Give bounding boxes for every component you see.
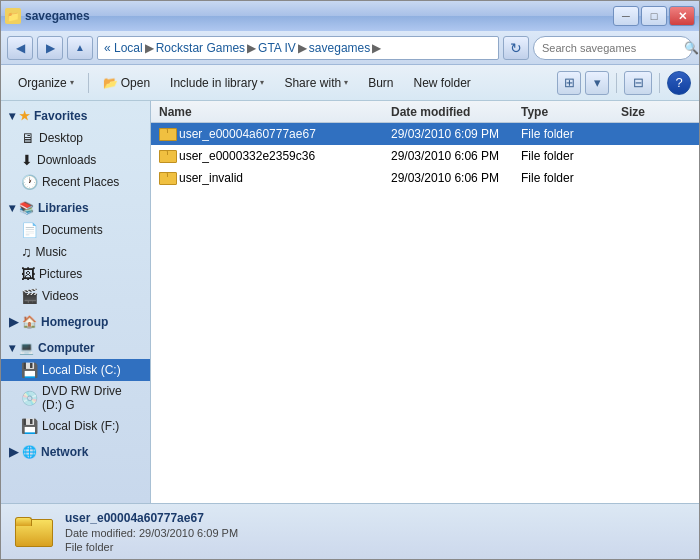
details-pane-button[interactable]: ⊟: [624, 71, 652, 95]
breadcrumb-savegames[interactable]: savegames: [309, 41, 370, 55]
toolbar-separator-3: [659, 73, 660, 93]
share-with-button[interactable]: Share with ▾: [275, 69, 357, 97]
network-icon: 🌐: [22, 445, 37, 459]
share-dropdown-arrow: ▾: [344, 78, 348, 87]
libraries-expand-icon: ▾: [9, 201, 15, 215]
sidebar-libraries-header[interactable]: ▾ 📚 Libraries: [1, 197, 150, 219]
favorites-expand-icon: ▾: [9, 109, 15, 123]
view-button[interactable]: ⊞: [557, 71, 581, 95]
help-button[interactable]: ?: [667, 71, 691, 95]
col-header-name[interactable]: Name: [151, 105, 391, 119]
main-area: ▾ ★ Favorites 🖥 Desktop ⬇ Downloads 🕐 Re…: [1, 101, 699, 503]
file-list-area: Name Date modified Type Size user_e00004…: [151, 101, 699, 503]
sidebar-network-section: ▶ 🌐 Network: [1, 441, 150, 463]
minimize-button[interactable]: ─: [613, 6, 639, 26]
network-expand-icon: ▶: [9, 445, 18, 459]
search-box[interactable]: 🔍: [533, 36, 693, 60]
status-bar: user_e00004a60777ae67 Date modified: 29/…: [1, 503, 699, 559]
sidebar-item-downloads[interactable]: ⬇ Downloads: [1, 149, 150, 171]
sidebar-item-desktop[interactable]: 🖥 Desktop: [1, 127, 150, 149]
computer-label: Computer: [38, 341, 95, 355]
disk-c-icon: 💾: [21, 362, 38, 378]
downloads-icon: ⬇: [21, 152, 33, 168]
file-date-2: 29/03/2010 6:06 PM: [391, 171, 521, 185]
sidebar-item-local-f[interactable]: 💾 Local Disk (F:): [1, 415, 150, 437]
sidebar-item-recent[interactable]: 🕐 Recent Places: [1, 171, 150, 193]
burn-label: Burn: [368, 76, 393, 90]
include-library-button[interactable]: Include in library ▾: [161, 69, 273, 97]
include-library-label: Include in library: [170, 76, 257, 90]
libraries-label: Libraries: [38, 201, 89, 215]
file-type-2: File folder: [521, 171, 621, 185]
sidebar-homegroup-header[interactable]: ▶ 🏠 Homegroup: [1, 311, 150, 333]
sidebar-computer-header[interactable]: ▾ 💻 Computer: [1, 337, 150, 359]
forward-button[interactable]: ▶: [37, 36, 63, 60]
disk-c-label: Local Disk (C:): [42, 363, 121, 377]
share-with-label: Share with: [284, 76, 341, 90]
sidebar-libraries-section: ▾ 📚 Libraries 📄 Documents ♫ Music 🖼 Pict…: [1, 197, 150, 307]
sidebar-homegroup-section: ▶ 🏠 Homegroup: [1, 311, 150, 333]
window-icon: 📁: [5, 8, 21, 24]
organize-button[interactable]: Organize ▾: [9, 69, 83, 97]
file-date-0: 29/03/2010 6:09 PM: [391, 127, 521, 141]
homegroup-expand-icon: ▶: [9, 315, 18, 329]
music-label: Music: [36, 245, 67, 259]
favorites-label: Favorites: [34, 109, 87, 123]
status-filename: user_e00004a60777ae67: [65, 511, 238, 525]
breadcrumb-rockstar[interactable]: Rockstar Games: [156, 41, 245, 55]
table-row[interactable]: user_e00004a60777ae67 29/03/2010 6:09 PM…: [151, 123, 699, 145]
open-icon: 📂: [103, 76, 118, 90]
network-label: Network: [41, 445, 88, 459]
status-type: File folder: [65, 541, 238, 553]
sidebar-item-pictures[interactable]: 🖼 Pictures: [1, 263, 150, 285]
sidebar-favorites-section: ▾ ★ Favorites 🖥 Desktop ⬇ Downloads 🕐 Re…: [1, 105, 150, 193]
file-name-1: user_e0000332e2359c36: [151, 149, 391, 163]
open-button[interactable]: 📂 Open: [94, 69, 159, 97]
search-input[interactable]: [542, 42, 680, 54]
status-meta: Date modified: 29/03/2010 6:09 PM: [65, 527, 238, 539]
address-path[interactable]: « Local ▶ Rockstar Games ▶ GTA IV ▶ save…: [97, 36, 499, 60]
breadcrumb-local[interactable]: « Local: [104, 41, 143, 55]
folder-icon-2: [159, 172, 175, 185]
window: 📁 savegames ─ □ ✕ ◀ ▶ ▲ « Local ▶ Rockst…: [0, 0, 700, 560]
view-dropdown[interactable]: ▾: [585, 71, 609, 95]
maximize-button[interactable]: □: [641, 6, 667, 26]
disk-f-label: Local Disk (F:): [42, 419, 119, 433]
downloads-label: Downloads: [37, 153, 96, 167]
pictures-label: Pictures: [39, 267, 82, 281]
col-header-date[interactable]: Date modified: [391, 105, 521, 119]
sidebar-item-dvd-d[interactable]: 💿 DVD RW Drive (D:) G: [1, 381, 150, 415]
dvd-icon: 💿: [21, 390, 38, 406]
sidebar-item-documents[interactable]: 📄 Documents: [1, 219, 150, 241]
sidebar-favorites-header[interactable]: ▾ ★ Favorites: [1, 105, 150, 127]
new-folder-button[interactable]: New folder: [405, 69, 480, 97]
status-meta-value: 29/03/2010 6:09 PM: [139, 527, 238, 539]
sidebar-item-videos[interactable]: 🎬 Videos: [1, 285, 150, 307]
close-button[interactable]: ✕: [669, 6, 695, 26]
open-label: Open: [121, 76, 150, 90]
breadcrumb-gtaiv[interactable]: GTA IV: [258, 41, 296, 55]
file-name-0: user_e00004a60777ae67: [151, 127, 391, 141]
refresh-button[interactable]: ↻: [503, 36, 529, 60]
sidebar: ▾ ★ Favorites 🖥 Desktop ⬇ Downloads 🕐 Re…: [1, 101, 151, 503]
sidebar-item-local-c[interactable]: 💾 Local Disk (C:): [1, 359, 150, 381]
desktop-icon: 🖥: [21, 130, 35, 146]
status-folder-icon: [15, 517, 51, 547]
sidebar-network-header[interactable]: ▶ 🌐 Network: [1, 441, 150, 463]
burn-button[interactable]: Burn: [359, 69, 402, 97]
back-button[interactable]: ◀: [7, 36, 33, 60]
file-date-1: 29/03/2010 6:06 PM: [391, 149, 521, 163]
status-meta-label: Date modified:: [65, 527, 136, 539]
status-text: user_e00004a60777ae67 Date modified: 29/…: [65, 511, 238, 553]
status-icon: [13, 512, 53, 552]
up-button[interactable]: ▲: [67, 36, 93, 60]
col-header-size[interactable]: Size: [621, 105, 699, 119]
homegroup-label: Homegroup: [41, 315, 108, 329]
table-row[interactable]: user_invalid 29/03/2010 6:06 PM File fol…: [151, 167, 699, 189]
sidebar-item-music[interactable]: ♫ Music: [1, 241, 150, 263]
table-row[interactable]: user_e0000332e2359c36 29/03/2010 6:06 PM…: [151, 145, 699, 167]
folder-icon-1: [159, 150, 175, 163]
file-list-header: Name Date modified Type Size: [151, 101, 699, 123]
disk-f-icon: 💾: [21, 418, 38, 434]
col-header-type[interactable]: Type: [521, 105, 621, 119]
